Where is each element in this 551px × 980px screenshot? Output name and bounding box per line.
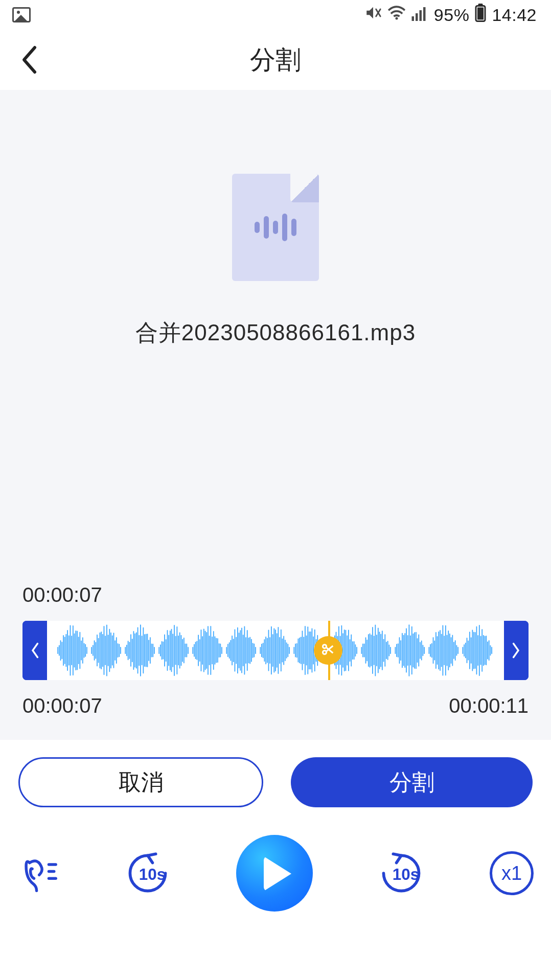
track-scroll-left-button[interactable] bbox=[22, 621, 47, 680]
status-left bbox=[12, 7, 31, 22]
audio-file-icon bbox=[232, 174, 319, 281]
back-button[interactable] bbox=[19, 44, 38, 75]
split-handle[interactable] bbox=[314, 636, 342, 665]
svg-text:10s: 10s bbox=[393, 866, 419, 883]
svg-rect-4 bbox=[423, 7, 426, 21]
app-header: 分割 bbox=[0, 30, 551, 90]
playback-controls: 10s 10s x1 bbox=[0, 807, 551, 932]
status-bar: 95% 14:42 bbox=[0, 0, 551, 30]
play-button[interactable] bbox=[236, 835, 313, 912]
signal-icon bbox=[411, 5, 429, 25]
waveform-graphic bbox=[47, 621, 504, 680]
file-preview-area: 合并20230508866161.mp3 bbox=[0, 90, 551, 565]
page-title: 分割 bbox=[0, 43, 551, 77]
wifi-icon bbox=[387, 4, 406, 26]
track-time-range: 00:00:07 00:00:11 bbox=[22, 694, 529, 717]
svg-rect-3 bbox=[419, 10, 422, 21]
svg-rect-7 bbox=[477, 8, 484, 20]
split-timeline-area: 00:00:07 bbox=[0, 565, 551, 740]
battery-icon bbox=[474, 4, 487, 26]
forward-10s-button[interactable]: 10s bbox=[379, 851, 424, 896]
track-start-time: 00:00:07 bbox=[22, 694, 102, 717]
split-position-time: 00:00:07 bbox=[22, 584, 529, 606]
clock: 14:42 bbox=[492, 5, 537, 25]
split-button[interactable]: 分割 bbox=[291, 757, 533, 807]
waveform-icon bbox=[255, 214, 296, 241]
svg-point-0 bbox=[395, 17, 398, 20]
svg-text:10s: 10s bbox=[139, 866, 166, 883]
cancel-button[interactable]: 取消 bbox=[18, 757, 263, 807]
mute-icon bbox=[364, 4, 382, 26]
track-scroll-right-button[interactable] bbox=[504, 621, 529, 680]
gallery-icon bbox=[12, 7, 31, 22]
rewind-10s-button[interactable]: 10s bbox=[125, 851, 170, 896]
scissors-icon bbox=[321, 642, 335, 659]
action-buttons: 取消 分割 bbox=[0, 740, 551, 807]
svg-rect-2 bbox=[416, 13, 418, 21]
battery-pct: 95% bbox=[434, 5, 470, 25]
waveform-track[interactable] bbox=[22, 621, 529, 680]
file-name: 合并20230508866161.mp3 bbox=[135, 318, 416, 348]
svg-rect-1 bbox=[411, 16, 414, 21]
playback-speed-button[interactable]: x1 bbox=[490, 851, 534, 895]
waveform-body[interactable] bbox=[47, 621, 504, 680]
listen-preview-button[interactable] bbox=[17, 852, 59, 894]
status-right: 95% 14:42 bbox=[364, 4, 537, 26]
track-end-time: 00:00:11 bbox=[449, 694, 529, 717]
